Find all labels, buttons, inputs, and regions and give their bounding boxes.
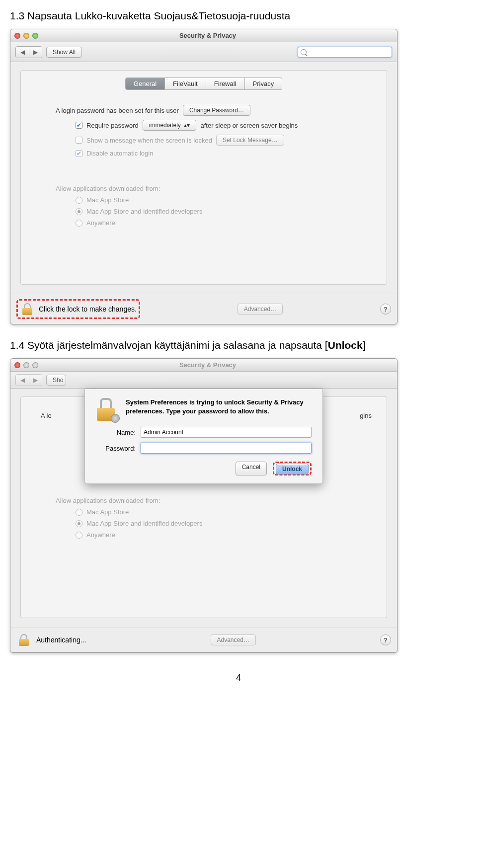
- page-number: 4: [10, 673, 467, 683]
- section-1-4-heading: 1.4 Syötä järjestelmänvalvojan käyttäjän…: [10, 339, 467, 351]
- password-label: Password:: [96, 445, 136, 452]
- require-password-prefix: Require password: [86, 122, 139, 129]
- dialog-buttons: Cancel Unlock: [96, 462, 312, 475]
- tab-firewall[interactable]: Firewall: [206, 78, 245, 90]
- radio-identified-devs: [76, 208, 82, 215]
- cancel-button[interactable]: Cancel: [236, 462, 267, 475]
- titlebar: Security & Privacy: [10, 29, 397, 42]
- section-1-3-heading: 1.3 Napsauta Lukko-kuvaketta Suojaus&Tie…: [10, 10, 467, 22]
- security-privacy-window-2: Security & Privacy ◀ ▶ Sho A lo gins All…: [10, 358, 398, 653]
- allow-apps-heading: Allow applications downloaded from:: [36, 185, 372, 192]
- back-button[interactable]: ◀: [16, 47, 29, 58]
- dialog-message: System Preferences is trying to unlock S…: [126, 398, 312, 422]
- lock-icon[interactable]: [20, 302, 35, 316]
- require-password-suffix: after sleep or screen saver begins: [200, 122, 298, 129]
- radio-identified-devs-label: Mac App Store and identified developers: [86, 208, 202, 215]
- radio-identified-devs-label: Mac App Store and identified developers: [86, 520, 202, 527]
- radio-mac-app-store-row: Mac App Store: [36, 196, 372, 204]
- advanced-button: Advanced…: [211, 634, 256, 645]
- disable-auto-login-checkbox: ✔: [76, 150, 82, 157]
- window-title: Security & Privacy: [18, 32, 397, 39]
- disable-auto-login-row: ✔ Disable automatic login: [36, 150, 372, 157]
- toolbar: ◀ ▶ Sho: [10, 372, 397, 389]
- password-set-row: A login password has been set for this u…: [36, 105, 372, 116]
- require-password-delay-dropdown[interactable]: immediately ▴▾: [143, 120, 197, 131]
- show-all-button[interactable]: Show All: [46, 47, 82, 58]
- forward-button[interactable]: ▶: [29, 47, 42, 58]
- radio-anywhere: [76, 220, 82, 227]
- disable-auto-login-text: Disable automatic login: [86, 150, 153, 157]
- advanced-button: Advanced…: [238, 304, 283, 315]
- footer: Authenticating... Advanced… ?: [10, 627, 397, 652]
- tab-privacy[interactable]: Privacy: [245, 78, 283, 90]
- name-row: Name:: [96, 427, 312, 438]
- radio-anywhere: [76, 532, 82, 539]
- show-message-checkbox: [76, 137, 82, 144]
- radio-identified-devs-row: Mac App Store and identified developers: [36, 208, 372, 215]
- safe-dial-icon: [111, 414, 120, 423]
- general-tab-body: A login password has been set for this u…: [21, 97, 387, 284]
- tab-general[interactable]: General: [125, 78, 165, 90]
- require-password-checkbox[interactable]: ✔: [76, 122, 82, 129]
- security-privacy-window-1: Security & Privacy ◀ ▶ Show All General …: [10, 29, 398, 324]
- dialog-top: System Preferences is trying to unlock S…: [96, 398, 312, 422]
- allow-apps-heading: Allow applications downloaded from:: [36, 497, 372, 504]
- partial-gins: gins: [360, 412, 372, 419]
- lock-large-icon: [96, 398, 117, 422]
- forward-button: ▶: [29, 375, 42, 386]
- nav-buttons: ◀ ▶: [15, 46, 42, 58]
- lock-hint-text: Click the lock to make changes.: [39, 305, 137, 313]
- show-message-text: Show a message when the screen is locked: [86, 137, 212, 144]
- password-row: Password:: [96, 443, 312, 454]
- back-button: ◀: [16, 375, 29, 386]
- auth-dialog: System Preferences is trying to unlock S…: [84, 389, 323, 484]
- radio-mac-app-store: [76, 509, 82, 516]
- radio-anywhere-label: Anywhere: [86, 531, 115, 539]
- toolbar: ◀ ▶ Show All: [10, 42, 397, 62]
- nav-buttons: ◀ ▶: [15, 374, 42, 386]
- require-password-row: ✔ Require password immediately ▴▾ after …: [36, 120, 372, 131]
- search-icon: [301, 49, 307, 55]
- unlock-highlight: Unlock: [273, 462, 312, 475]
- radio-mac-app-store-label: Mac App Store: [86, 196, 129, 204]
- titlebar: Security & Privacy: [10, 359, 397, 372]
- name-label: Name:: [96, 429, 136, 436]
- radio-identified-devs: [76, 520, 82, 527]
- radio-anywhere-row: Anywhere: [36, 219, 372, 227]
- password-field[interactable]: [141, 443, 312, 454]
- radio-mac-app-store: [76, 197, 82, 204]
- show-message-row: Show a message when the screen is locked…: [36, 135, 372, 146]
- footer: Click the lock to make changes. Advanced…: [10, 294, 397, 324]
- help-button[interactable]: ?: [380, 304, 391, 315]
- lock-icon[interactable]: [16, 632, 31, 647]
- tabs: General FileVault Firewall Privacy: [21, 78, 387, 90]
- tab-filevault[interactable]: FileVault: [165, 78, 206, 90]
- name-field[interactable]: [141, 427, 312, 438]
- set-lock-message-button: Set Lock Message…: [216, 135, 284, 146]
- help-button[interactable]: ?: [380, 634, 391, 645]
- window-title: Security & Privacy: [18, 361, 397, 369]
- radio-anywhere-row: Anywhere: [36, 531, 372, 539]
- authenticating-text: Authenticating...: [36, 636, 86, 644]
- password-set-text: A login password has been set for this u…: [56, 107, 179, 114]
- radio-mac-app-store-row: Mac App Store: [36, 508, 372, 516]
- radio-identified-devs-row: Mac App Store and identified developers: [36, 520, 372, 527]
- radio-anywhere-label: Anywhere: [86, 219, 115, 227]
- show-all-button-truncated: Sho: [46, 375, 66, 386]
- radio-mac-app-store-label: Mac App Store: [86, 508, 129, 516]
- lock-highlight: Click the lock to make changes.: [16, 299, 140, 319]
- content-area: General FileVault Firewall Privacy A log…: [10, 62, 397, 294]
- change-password-button[interactable]: Change Password…: [183, 105, 250, 116]
- inner-panel: General FileVault Firewall Privacy A log…: [20, 70, 387, 285]
- search-input[interactable]: [298, 47, 392, 58]
- unlock-button[interactable]: Unlock: [276, 464, 309, 474]
